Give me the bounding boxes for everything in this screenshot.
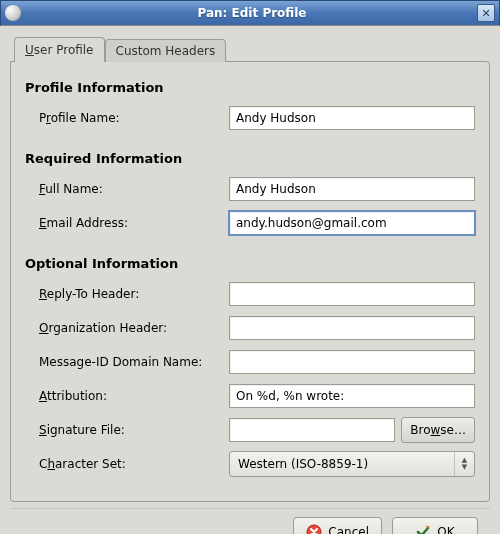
section-optional-information: Optional Information [25, 256, 475, 271]
browse-label: Browse… [410, 423, 466, 437]
tab-panel-user-profile: Profile Information Profile Name: Requir… [10, 61, 490, 502]
label-full-name: Full Name: [39, 182, 229, 196]
full-name-input[interactable] [229, 177, 475, 201]
tab-label: ser Profile [34, 43, 94, 57]
ok-button[interactable]: OK [392, 517, 478, 534]
row-msgid: Message-ID Domain Name: [39, 349, 475, 375]
tabstrip: User Profile Custom Headers [10, 37, 490, 62]
label-attribution: Attribution: [39, 389, 229, 403]
label-signature: Signature File: [39, 423, 229, 437]
label-organization: Organization Header: [39, 321, 229, 335]
titlebar: Pan: Edit Profile ✕ [0, 0, 500, 26]
row-full-name: Full Name: [39, 176, 475, 202]
spin-icon: ▲▼ [454, 452, 470, 476]
attribution-input[interactable] [229, 384, 475, 408]
charset-combo[interactable]: Western (ISO-8859-1) ▲▼ [229, 451, 475, 477]
organization-input[interactable] [229, 316, 475, 340]
row-profile-name: Profile Name: [39, 105, 475, 131]
section-required-information: Required Information [25, 151, 475, 166]
cancel-button[interactable]: Cancel [293, 517, 382, 534]
app-icon [5, 5, 21, 21]
tab-custom-headers[interactable]: Custom Headers [105, 39, 227, 62]
cancel-icon [306, 524, 322, 534]
window-body: User Profile Custom Headers Profile Info… [0, 26, 500, 534]
close-icon: ✕ [481, 7, 490, 20]
email-input[interactable] [229, 211, 475, 235]
tab-label: Custom Headers [116, 44, 216, 58]
close-button[interactable]: ✕ [477, 4, 495, 22]
tab-user-profile[interactable]: User Profile [14, 37, 105, 62]
section-profile-information: Profile Information [25, 80, 475, 95]
tab-label: U [25, 43, 34, 57]
cancel-label: Cancel [328, 525, 369, 534]
label-email: Email Address: [39, 216, 229, 230]
row-attribution: Attribution: [39, 383, 475, 409]
label-reply-to: Reply-To Header: [39, 287, 229, 301]
signature-file-input[interactable] [229, 418, 395, 442]
label-profile-name: Profile Name: [39, 111, 229, 125]
charset-value: Western (ISO-8859-1) [238, 457, 454, 471]
row-charset: Character Set: Western (ISO-8859-1) ▲▼ [39, 451, 475, 477]
button-bar: Cancel OK [10, 508, 490, 534]
window-title: Pan: Edit Profile [27, 6, 477, 20]
row-email: Email Address: [39, 210, 475, 236]
reply-to-input[interactable] [229, 282, 475, 306]
profile-name-input[interactable] [229, 106, 475, 130]
row-organization: Organization Header: [39, 315, 475, 341]
row-reply-to: Reply-To Header: [39, 281, 475, 307]
browse-button[interactable]: Browse… [401, 417, 475, 443]
label-charset: Character Set: [39, 457, 229, 471]
label-msgid: Message-ID Domain Name: [39, 355, 229, 369]
msgid-input[interactable] [229, 350, 475, 374]
ok-label: OK [437, 525, 454, 534]
ok-icon [415, 524, 431, 534]
row-signature: Signature File: Browse… [39, 417, 475, 443]
